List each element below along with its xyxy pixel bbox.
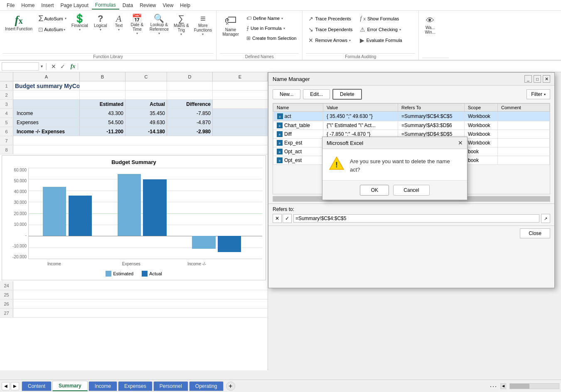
add-sheet-button[interactable]: + [226,382,235,391]
formula-input[interactable] [80,64,559,69]
cell-c4[interactable]: 35.450 [125,109,167,118]
refers-to-cancel-button[interactable]: ✕ [273,214,282,223]
watch-window-button[interactable]: 👁 Wa...Win... [422,14,438,36]
fx-button[interactable]: fx [68,63,79,70]
menu-help[interactable]: Help [177,2,194,9]
cell-b3[interactable]: Estimated [80,100,125,108]
autosum-button[interactable]: Σ AutoSum ▾ [37,12,68,24]
msgbox-cancel-button[interactable]: Cancel [393,185,429,196]
error-checking-dropdown[interactable]: ▾ [399,28,401,32]
cell-e6[interactable] [213,127,268,136]
more-functions-dropdown[interactable]: ▾ [202,32,204,36]
cell-d2[interactable] [167,91,213,99]
edit-button[interactable]: Edit... [303,89,330,99]
financial-button[interactable]: 💲 Financial ▾ [70,12,90,33]
text-dropdown[interactable]: ▾ [118,28,120,32]
cell-e1[interactable] [213,81,268,90]
col-header-c[interactable]: C [125,72,167,81]
name-box-dropdown[interactable]: ▾ [41,64,43,69]
sheet-tab-summary[interactable]: Summary [52,381,88,391]
confirm-entry-button[interactable]: ✓ [59,63,66,70]
cell-a6[interactable]: Income -/- Expenses [13,127,80,136]
name-manager-close-button[interactable]: ✕ [543,75,550,83]
sheet-nav-left[interactable]: ◀ [2,382,10,390]
table-row[interactable]: ≡Chart_table {"\" Estimated "\" Act... =… [273,121,550,130]
cell-d1[interactable] [167,81,213,90]
cell-b6[interactable]: -11.200 [80,127,125,136]
menu-home[interactable]: Home [18,2,38,9]
cell-a3[interactable] [13,100,80,108]
refers-to-confirm-button[interactable]: ✓ [283,214,292,223]
menu-review[interactable]: Review [136,2,159,9]
name-manager-button[interactable]: 🏷 NameManager [220,12,241,38]
define-name-dropdown[interactable]: ▾ [281,17,283,20]
logical-dropdown[interactable]: ▾ [100,28,101,32]
insert-function-button[interactable]: fx Insert Function [2,12,35,33]
cell-c2[interactable] [125,91,167,99]
cell-d6[interactable]: -2.980 [167,127,213,136]
col-header-a[interactable]: A [13,72,80,81]
show-formulas-button[interactable]: fx Show Formulas [357,14,404,23]
remove-arrows-button[interactable]: ✕ Remove Arrows ▾ [306,36,355,45]
error-checking-button[interactable]: ⚠ Error Checking ▾ [357,25,404,34]
cell-a1[interactable]: Budget summary MyCompany [13,81,80,90]
cell-d3[interactable]: Difference [167,100,213,108]
maths-trig-button[interactable]: ∑ Maths &Trig ▾ [172,12,191,38]
col-header-d[interactable]: D [167,72,213,81]
menu-formulas[interactable]: Formulas [92,1,119,10]
cell-e4[interactable] [213,109,268,118]
logical-button[interactable]: ? Logical ▾ [91,12,110,33]
menu-file[interactable]: File [3,2,18,9]
sheet-tab-content[interactable]: Content [22,381,52,391]
cell-c1[interactable] [125,81,167,90]
new-button[interactable]: New... [273,89,300,99]
scrollbar-left[interactable]: ◀ [500,383,506,389]
horizontal-scrollbar[interactable] [509,383,559,389]
recently-used-button[interactable]: ⊡ AutoSum ▾ [37,25,68,34]
cell-e2[interactable] [213,91,268,99]
date-time-button[interactable]: 📅 Date &Time ▾ [128,12,146,37]
remove-arrows-dropdown[interactable]: ▾ [349,39,351,42]
msgbox-close-button[interactable]: ✕ [458,140,463,146]
create-from-selection-button[interactable]: ⊞ Create from Selection [244,34,299,42]
menu-page-layout[interactable]: Page Layout [57,2,91,9]
sheet-tab-income[interactable]: Income [89,381,117,391]
trace-precedents-button[interactable]: ↗ Trace Precedents [306,14,355,23]
cell-c5[interactable]: 49.630 [125,118,167,127]
autosum-dropdown[interactable]: ▾ [65,17,66,20]
cell-a2[interactable] [13,91,80,99]
col-header-b[interactable]: B [80,72,125,81]
options-dots[interactable]: ⋯ [490,382,497,391]
close-button[interactable]: Close [520,228,550,238]
menu-insert[interactable]: Insert [38,2,57,9]
name-box[interactable] [2,62,39,71]
cancel-entry-button[interactable]: ✕ [50,63,57,70]
sheet-tab-operating[interactable]: Operating [189,381,224,391]
sheet-tab-personnel[interactable]: Personnel [153,381,188,391]
recently-used-dropdown[interactable]: ▾ [64,28,65,32]
name-manager-minimize-button[interactable]: _ [524,75,532,83]
cell-b2[interactable] [80,91,125,99]
use-in-formula-dropdown[interactable]: ▾ [283,27,285,30]
cell-e3[interactable] [213,100,268,108]
maths-trig-dropdown[interactable]: ▾ [180,32,182,36]
cell-b5[interactable]: 54.500 [80,118,125,127]
financial-dropdown[interactable]: ▾ [79,28,81,32]
sheet-nav-right[interactable]: ▶ [11,382,19,390]
cell-a4[interactable]: Income [13,109,80,118]
cell-b4[interactable]: 43.300 [80,109,125,118]
sheet-tab-expenses[interactable]: Expenses [118,381,153,391]
lookup-button[interactable]: 🔍 Lookup &Reference ▾ [148,12,170,37]
cell-d5[interactable]: -4.870 [167,118,213,127]
cell-d4[interactable]: -7.850 [167,109,213,118]
lookup-dropdown[interactable]: ▾ [158,32,160,35]
more-functions-button[interactable]: ≡ MoreFunctions ▾ [192,12,214,38]
menu-data[interactable]: Data [119,2,136,9]
table-row[interactable]: ≡act { 35.450 ";" 49.630 "} =Summary!$C$… [273,112,550,121]
cell-c6[interactable]: -14.180 [125,127,167,136]
cell-e5[interactable] [213,118,268,127]
menu-view[interactable]: View [160,2,177,9]
define-name-button[interactable]: 🏷 Define Name ▾ [244,14,299,22]
use-in-formula-button[interactable]: ⨍ Use in Formula ▾ [244,24,299,32]
text-button[interactable]: A Text ▾ [111,12,126,33]
